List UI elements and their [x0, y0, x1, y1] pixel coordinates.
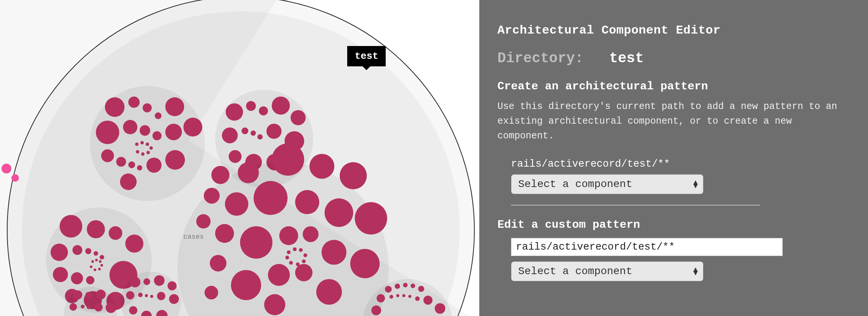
- viz-node[interactable]: [285, 256, 289, 259]
- viz-node[interactable]: [259, 106, 268, 115]
- viz-node[interactable]: [165, 124, 182, 140]
- viz-node[interactable]: [116, 157, 126, 167]
- viz-cluster[interactable]: [90, 86, 205, 201]
- viz-node[interactable]: [149, 146, 153, 150]
- viz-node[interactable]: [287, 250, 291, 254]
- viz-node[interactable]: [316, 279, 342, 305]
- viz-node[interactable]: [303, 226, 319, 242]
- viz-node[interactable]: [254, 181, 288, 215]
- viz-node[interactable]: [264, 294, 285, 315]
- viz-node[interactable]: [135, 143, 139, 146]
- viz-node[interactable]: [295, 264, 312, 281]
- viz-node[interactable]: [205, 286, 218, 299]
- viz-node[interactable]: [156, 310, 168, 316]
- viz-node[interactable]: [101, 149, 114, 162]
- viz-node[interactable]: [291, 110, 306, 125]
- viz-node[interactable]: [231, 270, 261, 300]
- viz-node[interactable]: [137, 165, 142, 170]
- viz-node[interactable]: [225, 192, 248, 216]
- viz-node[interactable]: [211, 166, 229, 184]
- edit-component-select[interactable]: Select a component ▲▼: [511, 261, 703, 281]
- viz-node[interactable]: [355, 202, 387, 235]
- viz-node[interactable]: [99, 260, 102, 263]
- viz-node[interactable]: [140, 141, 144, 144]
- viz-node[interactable]: [90, 265, 92, 268]
- viz-node[interactable]: [215, 224, 234, 243]
- viz-node[interactable]: [296, 262, 300, 266]
- viz-node[interactable]: [96, 121, 119, 144]
- viz-node[interactable]: [91, 260, 94, 263]
- viz-node[interactable]: [165, 97, 184, 116]
- viz-node[interactable]: [81, 305, 85, 308]
- viz-node[interactable]: [53, 267, 68, 282]
- viz-node[interactable]: [411, 284, 415, 288]
- viz-node[interactable]: [157, 292, 165, 300]
- viz-node[interactable]: [146, 143, 149, 146]
- viz-node[interactable]: [123, 120, 137, 134]
- viz-node[interactable]: [130, 277, 140, 287]
- viz-node[interactable]: [251, 130, 256, 136]
- viz-node[interactable]: [350, 249, 380, 278]
- viz-node[interactable]: [299, 248, 303, 252]
- viz-node[interactable]: [240, 226, 272, 259]
- viz-node[interactable]: [136, 150, 139, 153]
- viz-node[interactable]: [146, 158, 162, 173]
- viz-node[interactable]: [140, 125, 150, 136]
- viz-node[interactable]: [73, 290, 82, 299]
- viz-node[interactable]: [222, 127, 238, 143]
- viz-node[interactable]: [183, 118, 202, 137]
- viz-node[interactable]: [435, 303, 445, 314]
- viz-node[interactable]: [196, 214, 211, 229]
- viz-node[interactable]: [60, 215, 82, 238]
- viz-node[interactable]: [272, 143, 304, 176]
- viz-node[interactable]: [87, 220, 105, 238]
- viz-node[interactable]: [289, 261, 293, 265]
- viz-node[interactable]: [403, 283, 408, 287]
- viz-node[interactable]: [395, 284, 400, 289]
- viz-node[interactable]: [169, 294, 179, 304]
- viz-node[interactable]: [106, 302, 116, 313]
- viz-node[interactable]: [141, 152, 145, 156]
- viz-node[interactable]: [143, 278, 150, 285]
- viz-node[interactable]: [152, 131, 162, 140]
- viz-node[interactable]: [302, 259, 306, 263]
- viz-node[interactable]: [402, 294, 405, 297]
- viz-node[interactable]: [389, 295, 393, 299]
- viz-node[interactable]: [293, 247, 297, 251]
- viz-node[interactable]: [415, 296, 420, 301]
- viz-node[interactable]: [340, 162, 367, 189]
- viz-node[interactable]: [105, 97, 125, 117]
- viz-node[interactable]: [128, 97, 140, 108]
- viz-node[interactable]: [87, 305, 91, 309]
- dependency-visualization[interactable]: cases: [0, 0, 479, 316]
- viz-node[interactable]: [143, 103, 152, 112]
- viz-node[interactable]: [242, 127, 248, 134]
- viz-node[interactable]: [295, 190, 319, 214]
- viz-node[interactable]: [408, 295, 411, 298]
- viz-node[interactable]: [86, 276, 94, 284]
- viz-node[interactable]: [168, 281, 177, 290]
- viz-node[interactable]: [138, 293, 143, 297]
- viz-node[interactable]: [100, 264, 103, 267]
- viz-node[interactable]: [268, 264, 290, 286]
- viz-node[interactable]: [377, 294, 385, 302]
- viz-node[interactable]: [257, 134, 263, 140]
- viz-node[interactable]: [109, 226, 122, 240]
- viz-node[interactable]: [145, 294, 148, 297]
- viz-node[interactable]: [396, 294, 399, 297]
- create-component-select[interactable]: Select a component ▲▼: [511, 174, 703, 194]
- viz-node[interactable]: [85, 248, 91, 254]
- viz-node[interactable]: [129, 306, 137, 314]
- viz-node[interactable]: [94, 268, 96, 271]
- viz-node[interactable]: [100, 255, 104, 259]
- viz-node[interactable]: [128, 161, 135, 168]
- viz-node[interactable]: [96, 290, 106, 299]
- viz-node[interactable]: [418, 286, 424, 292]
- viz-node[interactable]: [154, 275, 165, 286]
- viz-node[interactable]: [71, 272, 83, 284]
- viz-node[interactable]: [2, 164, 11, 173]
- viz-node[interactable]: [272, 97, 290, 115]
- viz-node[interactable]: [385, 286, 392, 293]
- viz-node[interactable]: [72, 245, 82, 255]
- viz-node[interactable]: [229, 150, 242, 163]
